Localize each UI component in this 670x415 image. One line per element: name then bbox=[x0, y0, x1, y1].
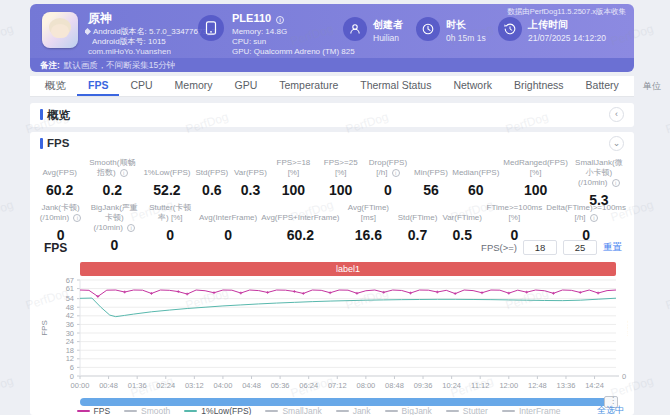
svg-text:18: 18 bbox=[66, 346, 74, 355]
svg-text:12:00: 12:00 bbox=[499, 381, 518, 390]
legend-swatch bbox=[502, 410, 515, 412]
device-info-icon[interactable]: i bbox=[276, 16, 284, 24]
stat-label: Jank(卡顿)(/10min) i bbox=[38, 203, 83, 223]
svg-text:6: 6 bbox=[70, 363, 74, 372]
overview-panel: 概览 ‹ bbox=[30, 103, 634, 127]
tab-temperature[interactable]: Temperature bbox=[268, 76, 349, 96]
svg-text:08:48: 08:48 bbox=[385, 381, 404, 390]
info-icon[interactable]: i bbox=[73, 214, 81, 222]
tab-brightness[interactable]: Brightness bbox=[503, 76, 575, 96]
fps-threshold-input-2[interactable] bbox=[563, 240, 597, 255]
stat-smalljank-: SmallJank(微小卡顿)(/10min) i5.3 bbox=[570, 158, 628, 208]
legend-item-interframe[interactable]: InterFrame bbox=[502, 406, 561, 415]
stat-value: 56 bbox=[414, 182, 449, 198]
duration-icon bbox=[416, 17, 440, 41]
svg-text:10:24: 10:24 bbox=[442, 381, 461, 390]
tab-概览[interactable]: 概览 bbox=[34, 76, 77, 96]
tab-memory[interactable]: Memory bbox=[164, 76, 224, 96]
stat-value: 60.2 bbox=[261, 227, 339, 243]
info-icon[interactable]: i bbox=[612, 179, 620, 187]
tab-fps[interactable]: FPS bbox=[77, 76, 119, 96]
duration-label: 时长 bbox=[446, 18, 466, 32]
svg-text:09:36: 09:36 bbox=[414, 381, 433, 390]
fps-threshold-label: FPS(>=) bbox=[481, 242, 517, 253]
stat-avg-fps-interframe-: Avg(FPS+InterFrame)60.2 bbox=[259, 203, 341, 253]
stat-label: BigJank(严重卡顿)(/10min) i bbox=[87, 203, 141, 233]
tab-gpu[interactable]: GPU bbox=[224, 76, 269, 96]
info-icon[interactable]: i bbox=[127, 224, 135, 232]
diamond-bullet-icon bbox=[85, 28, 91, 35]
fps-threshold-input-1[interactable] bbox=[523, 240, 557, 255]
tab-network[interactable]: Network bbox=[442, 76, 503, 96]
stat-label: Avg(FTime) [ms] bbox=[344, 203, 394, 223]
select-all-link[interactable]: 全选中 bbox=[597, 404, 624, 415]
device-memory: Memory: 14.8G bbox=[232, 27, 287, 36]
stat-value: 0.3 bbox=[233, 182, 268, 198]
tab-thermal-status[interactable]: Thermal Status bbox=[349, 76, 442, 96]
legend-label: FPS bbox=[94, 406, 111, 415]
perfdog-watermark: PerfDog bbox=[0, 22, 15, 49]
fps-line-chart[interactable]: 061218243036424854616700:0000:4801:3602:… bbox=[38, 278, 628, 396]
stat-stutter-%-: Stutter(卡顿率) [%]0 bbox=[143, 203, 197, 253]
upload-time-value: 21/07/2025 14:12:20 bbox=[528, 33, 606, 43]
stat-value: 0 bbox=[366, 182, 409, 198]
svg-text:00:48: 00:48 bbox=[99, 381, 118, 390]
legend-item-fps[interactable]: FPS bbox=[77, 406, 111, 415]
info-icon[interactable]: i bbox=[590, 214, 598, 222]
stat-label: Var(FPS) bbox=[233, 158, 268, 178]
stat-label: SmallJank(微小卡顿)(/10min) i bbox=[572, 158, 626, 188]
device-name: PLE110 i bbox=[232, 12, 284, 24]
annotation-band[interactable]: label1 bbox=[80, 262, 616, 276]
app-version-code: Android版本号: 1015 bbox=[92, 36, 166, 47]
stat-label: Smooth(顺畅指数) i bbox=[85, 158, 139, 178]
creator-value: Huilian bbox=[373, 33, 399, 43]
svg-text:36: 36 bbox=[66, 320, 74, 329]
legend-swatch bbox=[385, 410, 398, 412]
svg-text:03:12: 03:12 bbox=[185, 381, 204, 390]
svg-text:02:24: 02:24 bbox=[156, 381, 175, 390]
fps-panel: FPS ⌄ Avg(FPS)60.2Smooth(顺畅指数) i0.21%Low… bbox=[30, 132, 634, 415]
legend-item-smalljank[interactable]: SmallJank bbox=[265, 406, 321, 415]
svg-text:05:36: 05:36 bbox=[271, 381, 290, 390]
info-icon[interactable]: i bbox=[392, 169, 400, 177]
legend-item-bigjank[interactable]: BigJank bbox=[385, 406, 432, 415]
stat-std-ftime-: Std(FTime)0.7 bbox=[395, 203, 440, 253]
stat-label: Avg(InterFrame) bbox=[199, 203, 257, 223]
tab-battery[interactable]: Battery bbox=[575, 76, 630, 96]
stat-label: Avg(FPS) bbox=[38, 158, 81, 178]
info-icon[interactable]: i bbox=[120, 169, 128, 177]
unit-label[interactable]: 单位 bbox=[643, 80, 661, 93]
reset-link[interactable]: 重置 bbox=[603, 241, 622, 254]
tab-cpu[interactable]: CPU bbox=[119, 76, 163, 96]
svg-text:06:24: 06:24 bbox=[299, 381, 318, 390]
stat-avg-interframe-: Avg(InterFrame)0 bbox=[197, 203, 259, 253]
stat-drop-fps-h-: Drop(FPS) [/h] i0 bbox=[364, 158, 411, 208]
stat-label: Drop(FPS) [/h] i bbox=[366, 158, 409, 178]
stat-min-fps-: Min(FPS)56 bbox=[412, 158, 451, 208]
svg-text:Jank: Jank bbox=[626, 320, 628, 336]
legend-item-stutter[interactable]: Stutter bbox=[446, 406, 488, 415]
svg-text:FPS: FPS bbox=[40, 320, 49, 336]
legend-item-jank[interactable]: Jank bbox=[336, 406, 371, 415]
session-header-card: 原神 Android版本名: 5.7.0_33477673_337... And… bbox=[30, 4, 634, 72]
legend-label: 1%Low(FPS) bbox=[201, 406, 251, 415]
svg-text:54: 54 bbox=[66, 294, 74, 303]
perfdog-report-page: 原神 Android版本名: 5.7.0_33477673_337... And… bbox=[0, 0, 670, 415]
device-icon bbox=[198, 15, 224, 41]
svg-text:00:00: 00:00 bbox=[71, 381, 90, 390]
device-gpu: GPU: Qualcomm Adreno (TM) 825 bbox=[232, 47, 355, 56]
stat-label: Std(FTime) bbox=[397, 203, 438, 223]
stat-std-fps-: Std(FPS)0.6 bbox=[193, 158, 232, 208]
note-text: 默认画质，不间断采集15分钟 bbox=[64, 60, 175, 70]
creator-label: 创建者 bbox=[373, 18, 403, 32]
legend-label: InterFrame bbox=[519, 406, 561, 415]
stat-label: Delta(FTime)>=100ms [/h] i bbox=[546, 203, 626, 223]
legend-item-smooth[interactable]: Smooth bbox=[124, 406, 170, 415]
stat-label: 1%Low(FPS) bbox=[143, 158, 190, 178]
legend-swatch bbox=[124, 410, 137, 412]
legend-item-1-low-fps-[interactable]: 1%Low(FPS) bbox=[184, 406, 251, 415]
legend-swatch bbox=[336, 410, 349, 412]
fps-collapse-button[interactable]: ⌄ bbox=[609, 136, 624, 151]
stat-var-ftime-: Var(FTime)0.5 bbox=[440, 203, 485, 253]
overview-collapse-button[interactable]: ‹ bbox=[609, 107, 624, 122]
